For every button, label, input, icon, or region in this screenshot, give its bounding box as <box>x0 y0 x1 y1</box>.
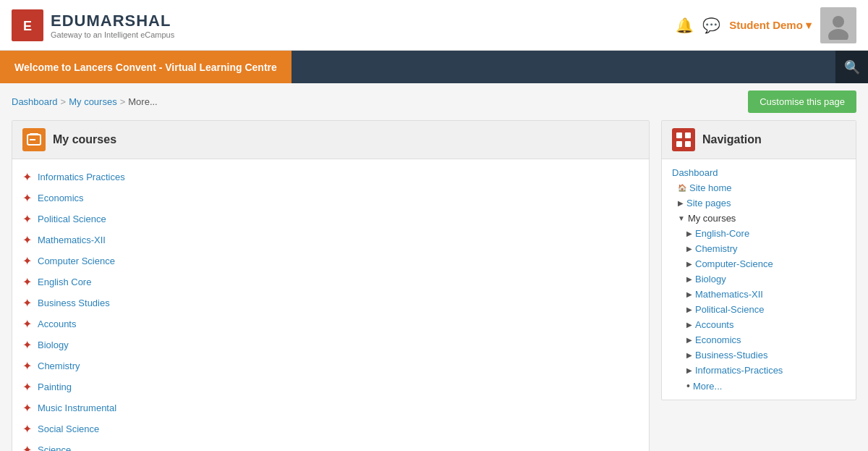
list-item[interactable]: ✦Science <box>22 439 639 451</box>
chevron-right-icon-acc: ▶ <box>686 321 692 329</box>
bullet-more: • <box>686 380 690 392</box>
brand-name: EDUMARSHAL <box>51 12 174 30</box>
list-item[interactable]: ✦Informatics Practices <box>22 167 639 187</box>
chevron-right-icon: ▶ <box>678 199 684 207</box>
header-right: 🔔 💬 Student Demo ▾ <box>676 7 856 43</box>
logo-area: E EDUMARSHAL Gateway to an Intelligent e… <box>12 9 174 41</box>
list-item[interactable]: ✦Music Instrumental <box>22 397 639 418</box>
nav-dashboard[interactable]: Dashboard <box>666 165 851 180</box>
welcome-text: Welcome to Lancers Convent - Virtual Lea… <box>0 51 292 83</box>
course-link[interactable]: Political Science <box>38 214 106 224</box>
breadcrumb: Dashboard > My courses > More... Customi… <box>0 83 868 120</box>
course-link[interactable]: English Core <box>38 277 91 287</box>
course-link[interactable]: Science <box>38 444 71 451</box>
nav-tree: Dashboard 🏠 Site home ▶ Site pages ▼ My … <box>662 159 856 400</box>
nav-informatics-practices[interactable]: ▶ Informatics-Practices <box>666 363 851 378</box>
breadcrumb-more: More... <box>128 96 157 107</box>
course-link[interactable]: Chemistry <box>38 361 80 371</box>
svg-rect-8 <box>676 132 682 138</box>
courses-header: My courses <box>12 121 649 159</box>
home-icon: 🏠 <box>678 184 686 192</box>
svg-rect-7 <box>30 139 35 140</box>
nav-computer-science[interactable]: ▶ Computer-Science <box>666 256 851 271</box>
course-link[interactable]: Accounts <box>38 319 76 329</box>
list-item[interactable]: ✦Accounts <box>22 313 639 334</box>
course-link[interactable]: Mathematics-XII <box>38 235 106 245</box>
nav-business-studies[interactable]: ▶ Business-Studies <box>666 347 851 363</box>
courses-header-icon <box>22 128 46 151</box>
course-icon: ✦ <box>22 380 32 394</box>
nav-my-courses[interactable]: ▼ My courses <box>666 211 851 226</box>
chevron-right-icon-bus: ▶ <box>686 351 692 359</box>
avatar[interactable] <box>820 7 856 43</box>
svg-rect-10 <box>676 141 682 147</box>
course-link[interactable]: Social Science <box>38 423 99 434</box>
chevron-right-icon-english: ▶ <box>686 229 692 237</box>
course-icon: ✦ <box>22 233 32 247</box>
chevron-right-icon-eco: ▶ <box>686 336 692 344</box>
nav-accounts[interactable]: ▶ Accounts <box>666 317 851 332</box>
nav-biology[interactable]: ▶ Biology <box>666 271 851 287</box>
breadcrumb-left: Dashboard > My courses > More... <box>12 96 158 107</box>
list-item[interactable]: ✦Social Science <box>22 418 639 439</box>
course-link[interactable]: Computer Science <box>38 256 115 266</box>
course-link[interactable]: Economics <box>38 193 84 203</box>
nav-site-pages[interactable]: ▶ Site pages <box>666 195 851 211</box>
customise-button[interactable]: Customise this page <box>748 90 856 113</box>
courses-panel-title: My courses <box>53 133 116 146</box>
chat-icon[interactable]: 💬 <box>702 17 720 34</box>
breadcrumb-mycourses[interactable]: My courses <box>69 96 116 107</box>
course-link[interactable]: Painting <box>38 382 72 392</box>
bell-icon[interactable]: 🔔 <box>676 17 694 34</box>
nav-political-science[interactable]: ▶ Political-Science <box>666 302 851 317</box>
chevron-right-icon-math: ▶ <box>686 290 692 298</box>
tagline: Gateway to an Intelligent eCampus <box>51 30 174 39</box>
course-icon: ✦ <box>22 170 32 184</box>
breadcrumb-sep-1: > <box>61 96 67 107</box>
chevron-right-icon-pol: ▶ <box>686 305 692 313</box>
list-item[interactable]: ✦Economics <box>22 187 639 208</box>
list-item[interactable]: ✦Business Studies <box>22 292 639 313</box>
course-icon: ✦ <box>22 317 32 331</box>
list-item[interactable]: ✦Chemistry <box>22 355 639 376</box>
nav-chemistry[interactable]: ▶ Chemistry <box>666 241 851 256</box>
nav-site-home[interactable]: 🏠 Site home <box>666 180 851 195</box>
search-button[interactable]: 🔍 <box>835 51 868 83</box>
nav-bar-spacer <box>292 51 835 83</box>
nav-bar: Welcome to Lancers Convent - Virtual Lea… <box>0 51 868 83</box>
course-icon: ✦ <box>22 296 32 310</box>
chevron-right-icon-cs: ▶ <box>686 260 692 268</box>
chevron-right-icon-inf: ▶ <box>686 366 692 374</box>
main-content: My courses ✦Informatics Practices✦Econom… <box>0 120 868 451</box>
course-icon: ✦ <box>22 191 32 205</box>
course-icon: ✦ <box>22 212 32 226</box>
list-item[interactable]: ✦English Core <box>22 271 639 292</box>
list-item[interactable]: ✦Biology <box>22 334 639 355</box>
svg-text:E: E <box>23 19 32 33</box>
course-link[interactable]: Biology <box>38 340 69 350</box>
course-icon: ✦ <box>22 359 32 373</box>
course-icon: ✦ <box>22 254 32 268</box>
course-link[interactable]: Business Studies <box>38 298 110 308</box>
course-link[interactable]: Music Instrumental <box>38 402 116 413</box>
list-item[interactable]: ✦Painting <box>22 376 639 397</box>
chevron-right-icon-chemistry: ▶ <box>686 245 692 253</box>
course-link[interactable]: Informatics Practices <box>38 172 125 182</box>
nav-panel-icon <box>672 128 695 151</box>
svg-rect-6 <box>30 133 38 135</box>
course-icon: ✦ <box>22 275 32 289</box>
list-item[interactable]: ✦Mathematics-XII <box>22 229 639 250</box>
nav-more[interactable]: • More... <box>666 378 851 394</box>
chevron-right-icon-bio: ▶ <box>686 275 692 283</box>
list-item[interactable]: ✦Political Science <box>22 208 639 229</box>
user-name[interactable]: Student Demo ▾ <box>729 19 812 32</box>
nav-english-core[interactable]: ▶ English-Core <box>666 226 851 241</box>
svg-rect-11 <box>685 141 691 147</box>
nav-economics[interactable]: ▶ Economics <box>666 332 851 347</box>
breadcrumb-dashboard[interactable]: Dashboard <box>12 96 58 107</box>
course-icon: ✦ <box>22 422 32 436</box>
list-item[interactable]: ✦Computer Science <box>22 250 639 271</box>
nav-mathematics-xii[interactable]: ▶ Mathematics-XII <box>666 287 851 302</box>
navigation-panel: Navigation Dashboard 🏠 Site home ▶ Site … <box>661 120 856 400</box>
nav-panel-header: Navigation <box>662 121 856 159</box>
